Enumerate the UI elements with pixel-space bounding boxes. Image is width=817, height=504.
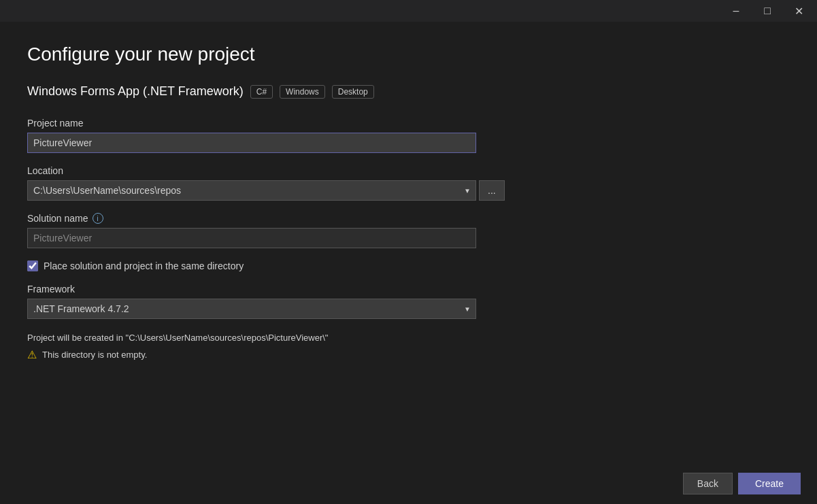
project-name-input[interactable] — [27, 133, 476, 153]
location-select-wrapper: C:\Users\UserName\sources\repos ▼ — [27, 180, 476, 201]
project-name-group: Project name — [27, 118, 790, 153]
location-label: Location — [27, 165, 790, 176]
tag-windows: Windows — [280, 85, 325, 99]
tag-desktop: Desktop — [332, 85, 374, 99]
framework-label: Framework — [27, 284, 790, 295]
solution-name-input[interactable] — [27, 228, 476, 248]
same-directory-label[interactable]: Place solution and project in the same d… — [44, 261, 244, 271]
create-button[interactable]: Create — [738, 473, 801, 494]
project-name-label: Project name — [27, 118, 790, 129]
warning-row: ⚠ This directory is not empty. — [27, 348, 790, 361]
warning-text: This directory is not empty. — [42, 350, 147, 360]
framework-select[interactable]: .NET Framework 4.7.2 — [27, 299, 476, 319]
solution-name-label: Solution name i — [27, 213, 790, 224]
project-type-header: Windows Forms App (.NET Framework) C# Wi… — [27, 84, 790, 99]
location-row: C:\Users\UserName\sources\repos ▼ ... — [27, 180, 790, 201]
minimize-button[interactable]: – — [720, 0, 752, 22]
main-content: Configure your new project Windows Forms… — [0, 22, 817, 383]
solution-name-info-icon[interactable]: i — [93, 213, 103, 224]
tag-csharp: C# — [250, 85, 273, 99]
project-path-info: Project will be created in "C:\Users\Use… — [27, 333, 790, 343]
location-group: Location C:\Users\UserName\sources\repos… — [27, 165, 790, 201]
title-bar: – □ ✕ — [0, 0, 817, 22]
browse-button[interactable]: ... — [479, 180, 505, 201]
close-button[interactable]: ✕ — [783, 0, 814, 22]
page-title: Configure your new project — [27, 44, 790, 65]
same-directory-row: Place solution and project in the same d… — [27, 261, 790, 271]
framework-group: Framework .NET Framework 4.7.2 ▼ — [27, 284, 790, 319]
back-button[interactable]: Back — [683, 473, 733, 494]
maximize-button[interactable]: □ — [752, 0, 783, 22]
location-select[interactable]: C:\Users\UserName\sources\repos — [27, 180, 476, 201]
framework-select-wrapper: .NET Framework 4.7.2 ▼ — [27, 299, 476, 319]
project-type-name: Windows Forms App (.NET Framework) — [27, 84, 244, 99]
warning-icon: ⚠ — [27, 348, 37, 361]
bottom-bar: Back Create — [0, 463, 817, 504]
solution-name-group: Solution name i — [27, 213, 790, 248]
same-directory-checkbox[interactable] — [27, 261, 38, 271]
